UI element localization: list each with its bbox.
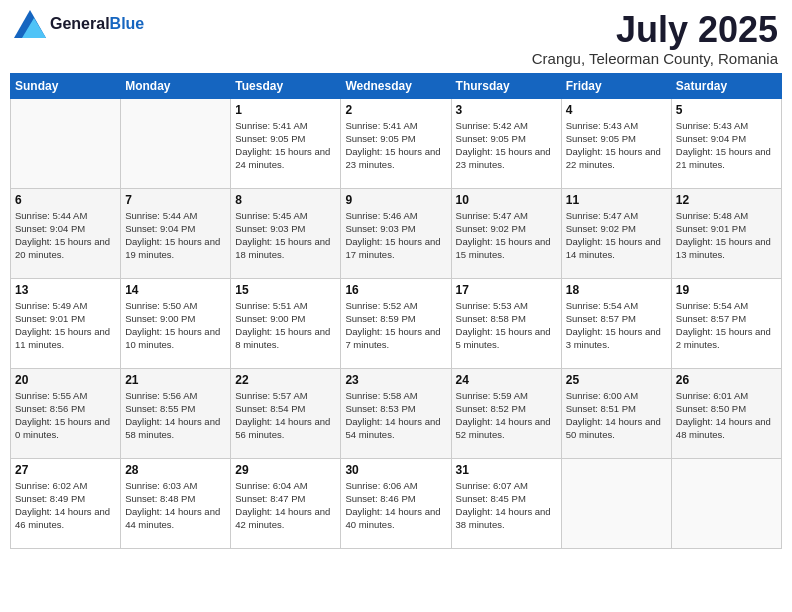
logo-icon [14,10,46,38]
month-title: July 2025 [532,10,778,50]
calendar-cell: 27Sunrise: 6:02 AMSunset: 8:49 PMDayligh… [11,458,121,548]
day-number: 21 [125,373,226,387]
calendar-cell: 4Sunrise: 5:43 AMSunset: 9:05 PMDaylight… [561,98,671,188]
calendar-cell: 20Sunrise: 5:55 AMSunset: 8:56 PMDayligh… [11,368,121,458]
day-info: Sunrise: 5:57 AMSunset: 8:54 PMDaylight:… [235,389,336,442]
day-info: Sunrise: 6:02 AMSunset: 8:49 PMDaylight:… [15,479,116,532]
day-number: 27 [15,463,116,477]
day-info: Sunrise: 5:43 AMSunset: 9:04 PMDaylight:… [676,119,777,172]
day-number: 9 [345,193,446,207]
day-info: Sunrise: 5:53 AMSunset: 8:58 PMDaylight:… [456,299,557,352]
day-info: Sunrise: 5:42 AMSunset: 9:05 PMDaylight:… [456,119,557,172]
calendar-cell: 11Sunrise: 5:47 AMSunset: 9:02 PMDayligh… [561,188,671,278]
calendar-cell: 28Sunrise: 6:03 AMSunset: 8:48 PMDayligh… [121,458,231,548]
weekday-header-sunday: Sunday [11,73,121,98]
day-number: 7 [125,193,226,207]
day-number: 17 [456,283,557,297]
day-info: Sunrise: 5:58 AMSunset: 8:53 PMDaylight:… [345,389,446,442]
calendar-cell: 1Sunrise: 5:41 AMSunset: 9:05 PMDaylight… [231,98,341,188]
calendar-cell: 23Sunrise: 5:58 AMSunset: 8:53 PMDayligh… [341,368,451,458]
day-info: Sunrise: 5:41 AMSunset: 9:05 PMDaylight:… [235,119,336,172]
calendar-cell: 15Sunrise: 5:51 AMSunset: 9:00 PMDayligh… [231,278,341,368]
day-number: 15 [235,283,336,297]
location-title: Crangu, Teleorman County, Romania [532,50,778,67]
day-info: Sunrise: 6:07 AMSunset: 8:45 PMDaylight:… [456,479,557,532]
calendar-cell: 10Sunrise: 5:47 AMSunset: 9:02 PMDayligh… [451,188,561,278]
day-number: 31 [456,463,557,477]
title-block: July 2025 Crangu, Teleorman County, Roma… [532,10,778,67]
day-number: 28 [125,463,226,477]
weekday-header-row: SundayMondayTuesdayWednesdayThursdayFrid… [11,73,782,98]
calendar-cell: 19Sunrise: 5:54 AMSunset: 8:57 PMDayligh… [671,278,781,368]
calendar-cell: 6Sunrise: 5:44 AMSunset: 9:04 PMDaylight… [11,188,121,278]
day-number: 23 [345,373,446,387]
calendar-week-2: 6Sunrise: 5:44 AMSunset: 9:04 PMDaylight… [11,188,782,278]
page-header: GeneralBlue July 2025 Crangu, Teleorman … [10,10,782,67]
logo-text-blue: Blue [110,15,145,32]
day-info: Sunrise: 5:49 AMSunset: 9:01 PMDaylight:… [15,299,116,352]
day-info: Sunrise: 5:50 AMSunset: 9:00 PMDaylight:… [125,299,226,352]
day-info: Sunrise: 5:56 AMSunset: 8:55 PMDaylight:… [125,389,226,442]
day-info: Sunrise: 5:54 AMSunset: 8:57 PMDaylight:… [566,299,667,352]
day-number: 12 [676,193,777,207]
day-info: Sunrise: 5:45 AMSunset: 9:03 PMDaylight:… [235,209,336,262]
calendar-cell: 5Sunrise: 5:43 AMSunset: 9:04 PMDaylight… [671,98,781,188]
calendar-week-3: 13Sunrise: 5:49 AMSunset: 9:01 PMDayligh… [11,278,782,368]
calendar-cell: 25Sunrise: 6:00 AMSunset: 8:51 PMDayligh… [561,368,671,458]
day-info: Sunrise: 5:55 AMSunset: 8:56 PMDaylight:… [15,389,116,442]
calendar-cell: 22Sunrise: 5:57 AMSunset: 8:54 PMDayligh… [231,368,341,458]
day-number: 5 [676,103,777,117]
logo: GeneralBlue [14,10,144,38]
day-info: Sunrise: 5:43 AMSunset: 9:05 PMDaylight:… [566,119,667,172]
day-info: Sunrise: 5:59 AMSunset: 8:52 PMDaylight:… [456,389,557,442]
day-info: Sunrise: 5:48 AMSunset: 9:01 PMDaylight:… [676,209,777,262]
calendar-week-1: 1Sunrise: 5:41 AMSunset: 9:05 PMDaylight… [11,98,782,188]
calendar-cell: 2Sunrise: 5:41 AMSunset: 9:05 PMDaylight… [341,98,451,188]
day-number: 16 [345,283,446,297]
day-number: 2 [345,103,446,117]
calendar-week-5: 27Sunrise: 6:02 AMSunset: 8:49 PMDayligh… [11,458,782,548]
day-info: Sunrise: 5:47 AMSunset: 9:02 PMDaylight:… [566,209,667,262]
day-number: 18 [566,283,667,297]
calendar-cell: 12Sunrise: 5:48 AMSunset: 9:01 PMDayligh… [671,188,781,278]
calendar-cell: 26Sunrise: 6:01 AMSunset: 8:50 PMDayligh… [671,368,781,458]
weekday-header-friday: Friday [561,73,671,98]
calendar-cell [671,458,781,548]
day-number: 29 [235,463,336,477]
day-number: 3 [456,103,557,117]
day-info: Sunrise: 5:44 AMSunset: 9:04 PMDaylight:… [125,209,226,262]
calendar-cell: 31Sunrise: 6:07 AMSunset: 8:45 PMDayligh… [451,458,561,548]
calendar-cell: 17Sunrise: 5:53 AMSunset: 8:58 PMDayligh… [451,278,561,368]
calendar-week-4: 20Sunrise: 5:55 AMSunset: 8:56 PMDayligh… [11,368,782,458]
weekday-header-saturday: Saturday [671,73,781,98]
calendar-cell [561,458,671,548]
calendar-cell: 8Sunrise: 5:45 AMSunset: 9:03 PMDaylight… [231,188,341,278]
calendar-cell: 9Sunrise: 5:46 AMSunset: 9:03 PMDaylight… [341,188,451,278]
day-info: Sunrise: 5:46 AMSunset: 9:03 PMDaylight:… [345,209,446,262]
day-number: 13 [15,283,116,297]
day-info: Sunrise: 5:51 AMSunset: 9:00 PMDaylight:… [235,299,336,352]
day-info: Sunrise: 5:54 AMSunset: 8:57 PMDaylight:… [676,299,777,352]
day-number: 4 [566,103,667,117]
calendar-cell: 3Sunrise: 5:42 AMSunset: 9:05 PMDaylight… [451,98,561,188]
day-info: Sunrise: 6:00 AMSunset: 8:51 PMDaylight:… [566,389,667,442]
calendar-cell: 24Sunrise: 5:59 AMSunset: 8:52 PMDayligh… [451,368,561,458]
calendar-cell: 13Sunrise: 5:49 AMSunset: 9:01 PMDayligh… [11,278,121,368]
calendar-cell: 21Sunrise: 5:56 AMSunset: 8:55 PMDayligh… [121,368,231,458]
day-number: 25 [566,373,667,387]
day-number: 20 [15,373,116,387]
weekday-header-tuesday: Tuesday [231,73,341,98]
calendar-cell: 29Sunrise: 6:04 AMSunset: 8:47 PMDayligh… [231,458,341,548]
day-info: Sunrise: 6:06 AMSunset: 8:46 PMDaylight:… [345,479,446,532]
day-number: 10 [456,193,557,207]
day-info: Sunrise: 5:41 AMSunset: 9:05 PMDaylight:… [345,119,446,172]
calendar-cell [11,98,121,188]
weekday-header-wednesday: Wednesday [341,73,451,98]
day-info: Sunrise: 5:47 AMSunset: 9:02 PMDaylight:… [456,209,557,262]
day-info: Sunrise: 6:03 AMSunset: 8:48 PMDaylight:… [125,479,226,532]
calendar-table: SundayMondayTuesdayWednesdayThursdayFrid… [10,73,782,549]
day-info: Sunrise: 5:44 AMSunset: 9:04 PMDaylight:… [15,209,116,262]
day-number: 6 [15,193,116,207]
calendar-cell [121,98,231,188]
calendar-cell: 14Sunrise: 5:50 AMSunset: 9:00 PMDayligh… [121,278,231,368]
